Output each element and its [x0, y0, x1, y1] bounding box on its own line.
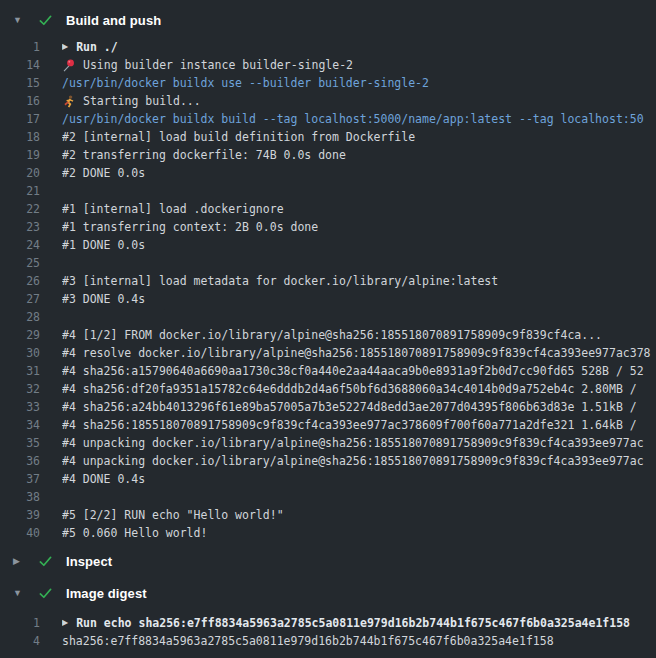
log-line-content: #2 DONE 0.0s: [62, 164, 145, 182]
log-line-content: #4 sha256:a24bb4013296f61e89ba57005a7b3e…: [62, 398, 644, 416]
line-number-link[interactable]: 39: [0, 506, 40, 524]
section-title: Inspect: [66, 554, 112, 569]
line-number-link[interactable]: 34: [0, 416, 40, 434]
chevron-down-icon[interactable]: ▼: [13, 584, 27, 602]
line-number-link[interactable]: 31: [0, 362, 40, 380]
line-number-link[interactable]: 30: [0, 344, 40, 362]
log-line: 20#2 DONE 0.0s: [0, 164, 656, 182]
log-text: Run echo sha256:e7ff8834a5963a2785c5a081…: [76, 614, 630, 632]
log-line: 1▶Run ./: [0, 38, 656, 56]
section-lines-image-digest: 1▶Run echo sha256:e7ff8834a5963a2785c5a0…: [0, 614, 656, 650]
log-line: 17/usr/bin/docker buildx build --tag loc…: [0, 110, 656, 128]
log-line: 23#1 transferring context: 2B 0.0s done: [0, 218, 656, 236]
line-number-link[interactable]: 38: [0, 488, 40, 506]
log-text: #3 [internal] load metadata for docker.i…: [62, 272, 498, 290]
line-number-link[interactable]: 32: [0, 380, 40, 398]
log-text: #2 DONE 0.0s: [62, 164, 145, 182]
log-text: Using builder instance builder-single-2: [83, 56, 353, 74]
log-text: #2 [internal] load build definition from…: [62, 128, 415, 146]
log-line-content: #4 [1/2] FROM docker.io/library/alpine@s…: [62, 326, 602, 344]
log-line-content: #1 DONE 0.0s: [62, 236, 145, 254]
line-number-link[interactable]: 14: [0, 56, 40, 74]
log-line: 14Using builder instance builder-single-…: [0, 56, 656, 74]
line-number-link[interactable]: 15: [0, 74, 40, 92]
log-text: #4 unpacking docker.io/library/alpine@sh…: [62, 434, 644, 452]
line-number-link[interactable]: 24: [0, 236, 40, 254]
log-line-content: #5 0.060 Hello world!: [62, 524, 207, 542]
log-line: 34#4 sha256:185518070891758909c9f839cf4c…: [0, 416, 656, 434]
log-line-content: #1 [internal] load .dockerignore: [62, 200, 284, 218]
log-text: #4 unpacking docker.io/library/alpine@sh…: [62, 452, 644, 470]
line-number-link[interactable]: 27: [0, 290, 40, 308]
line-number-link[interactable]: 22: [0, 200, 40, 218]
log-text: #1 DONE 0.0s: [62, 236, 145, 254]
log-text: #2 transferring dockerfile: 74B 0.0s don…: [62, 146, 346, 164]
log-line: 19#2 transferring dockerfile: 74B 0.0s d…: [0, 146, 656, 164]
log-line-content: #4 unpacking docker.io/library/alpine@sh…: [62, 452, 644, 470]
log-line: 38: [0, 488, 656, 506]
log-text: #4 resolve docker.io/library/alpine@sha2…: [62, 344, 651, 362]
log-line-content: #4 unpacking docker.io/library/alpine@sh…: [62, 434, 644, 452]
log-line-content: sha256:e7ff8834a5963a2785c5a0811e979d16b…: [62, 632, 554, 650]
log-line-content: #2 transferring dockerfile: 74B 0.0s don…: [62, 146, 346, 164]
section-header-image-digest[interactable]: ▼Image digest: [0, 570, 656, 602]
line-number-link[interactable]: 40: [0, 524, 40, 542]
line-number-link[interactable]: 26: [0, 272, 40, 290]
log-line-content: /usr/bin/docker buildx build --tag local…: [62, 110, 644, 128]
line-number-link[interactable]: 36: [0, 452, 40, 470]
line-number-link[interactable]: 16: [0, 92, 40, 110]
log-line: 15/usr/bin/docker buildx use --builder b…: [0, 74, 656, 92]
line-number-link[interactable]: 1: [0, 614, 40, 632]
log-line: 39#5 [2/2] RUN echo "Hello world!": [0, 506, 656, 524]
chevron-down-icon[interactable]: ▼: [13, 11, 27, 29]
log-line: 26#3 [internal] load metadata for docker…: [0, 272, 656, 290]
log-line: 27#3 DONE 0.4s: [0, 290, 656, 308]
log-line: 4sha256:e7ff8834a5963a2785c5a0811e979d16…: [0, 632, 656, 650]
runner-icon: [62, 95, 75, 108]
log-text: /usr/bin/docker buildx build --tag local…: [62, 110, 644, 128]
log-line: 22#1 [internal] load .dockerignore: [0, 200, 656, 218]
line-number-link[interactable]: 25: [0, 254, 40, 272]
line-number-link[interactable]: 37: [0, 470, 40, 488]
line-number-link[interactable]: 4: [0, 632, 40, 650]
line-number-link[interactable]: 28: [0, 308, 40, 326]
line-number-link[interactable]: 19: [0, 146, 40, 164]
log-line: 29#4 [1/2] FROM docker.io/library/alpine…: [0, 326, 656, 344]
section-header-inspect[interactable]: ▶Inspect: [0, 542, 656, 570]
line-number-link[interactable]: 29: [0, 326, 40, 344]
log-line-content: Starting build...: [62, 92, 201, 110]
line-number-link[interactable]: 17: [0, 110, 40, 128]
log-line-content: #4 sha256:a15790640a6690aa1730c38cf0a440…: [62, 362, 644, 380]
log-text: #5 [2/2] RUN echo "Hello world!": [62, 506, 284, 524]
play-icon[interactable]: ▶: [62, 614, 68, 632]
log-text: sha256:e7ff8834a5963a2785c5a0811e979d16b…: [62, 632, 554, 650]
line-number-link[interactable]: 33: [0, 398, 40, 416]
play-icon[interactable]: ▶: [62, 38, 68, 56]
log-text: #4 sha256:185518070891758909c9f839cf4ca3…: [62, 416, 644, 434]
log-line-content: #4 sha256:df20fa9351a15782c64e6dddb2d4a6…: [62, 380, 644, 398]
line-number-link[interactable]: 21: [0, 182, 40, 200]
check-icon: [38, 13, 53, 28]
log-line-content: ▶Run ./: [62, 38, 118, 56]
log-line-content: #5 [2/2] RUN echo "Hello world!": [62, 506, 284, 524]
line-number-link[interactable]: 18: [0, 128, 40, 146]
log-text: #5 0.060 Hello world!: [62, 524, 207, 542]
line-number-link[interactable]: 1: [0, 38, 40, 56]
log-text: #4 sha256:a24bb4013296f61e89ba57005a7b3e…: [62, 398, 644, 416]
line-number-link[interactable]: 35: [0, 434, 40, 452]
log-line-content: ▶Run echo sha256:e7ff8834a5963a2785c5a08…: [62, 614, 630, 632]
check-icon: [38, 554, 53, 569]
line-number-link[interactable]: 20: [0, 164, 40, 182]
section-title: Build and push: [66, 13, 161, 28]
log-line: 21: [0, 182, 656, 200]
log-text: /usr/bin/docker buildx use --builder bui…: [62, 74, 429, 92]
log-text: #4 [1/2] FROM docker.io/library/alpine@s…: [62, 326, 602, 344]
section-header-build-and-push[interactable]: ▼Build and push: [0, 0, 656, 38]
log-line-content: #1 transferring context: 2B 0.0s done: [62, 218, 318, 236]
log-line: 28: [0, 308, 656, 326]
chevron-right-icon[interactable]: ▶: [13, 552, 27, 570]
log-text: #1 [internal] load .dockerignore: [62, 200, 284, 218]
line-number-link[interactable]: 23: [0, 218, 40, 236]
log-text: #4 DONE 0.4s: [62, 470, 145, 488]
log-line: 25: [0, 254, 656, 272]
